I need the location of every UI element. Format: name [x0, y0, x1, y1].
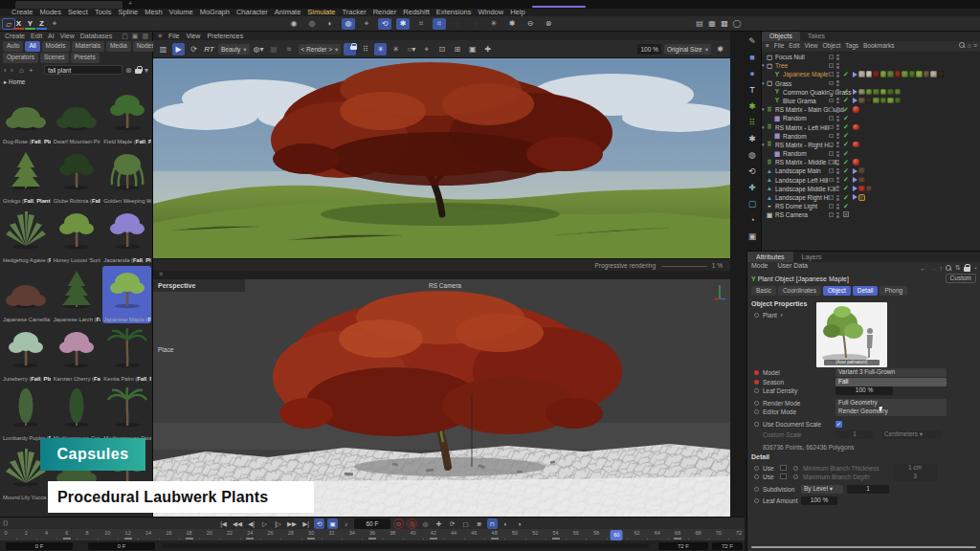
current-frame-field[interactable]: 0 F [88, 542, 155, 550]
subdivision-value[interactable]: 1 [847, 485, 889, 494]
layer-checkbox[interactable] [829, 212, 834, 217]
object-menu-file[interactable]: File [774, 42, 784, 49]
phong-tag-icon[interactable] [853, 89, 858, 95]
layer-checkbox[interactable] [829, 63, 834, 68]
filter-tab-materials[interactable]: Materials [72, 41, 104, 52]
phong-tag-icon[interactable] [853, 177, 858, 183]
asset-menu-view[interactable]: View [60, 33, 75, 39]
back-icon[interactable]: ← [920, 265, 926, 272]
plant-item-japanese[interactable]: Japanese Larch (Fall, Pl... [53, 266, 101, 323]
menu-spline[interactable]: Spline [118, 9, 138, 16]
material-tag-swatch[interactable] [916, 71, 923, 77]
object-row-rs-camera[interactable]: ▣RS Camera✕ [762, 210, 980, 219]
viewport-view-label[interactable]: Perspective [158, 282, 195, 289]
timeline-range-slider[interactable] [163, 543, 649, 548]
object-row-rs-matrix-left-hill[interactable]: ▾⠿RS Matrix - Left Hill✓ [762, 123, 980, 132]
tab-objects[interactable]: Objects [762, 32, 800, 41]
expander-icon[interactable]: ▾ [762, 124, 765, 130]
layer-checkbox[interactable] [829, 178, 834, 183]
layout-2-icon[interactable]: ▦ [705, 18, 719, 30]
redshift-tag-icon[interactable] [853, 142, 859, 148]
home-icon[interactable]: ⌂ [19, 66, 24, 75]
plant-item-mediterranean[interactable]: Mediterranean Dwarf ... [102, 385, 151, 442]
particles-icon[interactable]: ✳ [487, 18, 501, 30]
field-unit-dropdown[interactable]: Centimeters ▾ [881, 430, 941, 439]
layer-checkbox[interactable] [829, 72, 834, 77]
range-end-field[interactable]: 72 F [658, 542, 708, 550]
search-icon[interactable] [959, 42, 966, 49]
material-tag-swatch[interactable] [924, 71, 930, 77]
image-icon[interactable]: ▣ [466, 43, 479, 55]
enabled-check-icon[interactable]: ✓ [843, 115, 849, 122]
object-row-random[interactable]: ▦Random✓ [762, 114, 980, 122]
dim-a-button[interactable]: ◐ [501, 518, 511, 529]
material-tag-swatch[interactable] [858, 71, 865, 77]
grid-icon[interactable]: ▦ [268, 43, 280, 55]
layer-checkbox[interactable] [829, 134, 834, 139]
plant-item-japanese[interactable]: Japanese Camellia (Fal... [2, 266, 51, 323]
object-row-grass[interactable]: ▾▢Grass [762, 79, 980, 88]
play-button[interactable]: ▷ [259, 518, 270, 529]
menu-select[interactable]: Select [68, 9, 88, 16]
field-value[interactable]: Render Geometry [835, 408, 947, 416]
visibility-dots[interactable] [836, 124, 839, 131]
modeling-axis-icon[interactable]: ◍ [342, 18, 355, 30]
material-tag-swatch[interactable] [858, 167, 865, 174]
layer-checkbox[interactable] [829, 125, 834, 130]
enabled-check-icon[interactable]: ✓ [843, 132, 849, 140]
enabled-check-icon[interactable]: ✓ [843, 150, 849, 158]
object-row-random[interactable]: ▦Random✓ [762, 149, 980, 158]
axis-lock-x[interactable]: X [13, 18, 24, 30]
object-row-japanese-maple[interactable]: YJapanese Maple✓ [762, 70, 980, 78]
phong-tag-icon[interactable] [853, 98, 858, 103]
disabled-cross-icon[interactable]: ✕ [843, 211, 849, 217]
checkbox-unchecked[interactable] [780, 465, 787, 472]
material-tag-swatch[interactable] [866, 71, 873, 77]
viewport-camera-label[interactable]: RS Camera [429, 282, 461, 289]
frame-field[interactable]: 60 F [354, 518, 390, 529]
layer-checkbox[interactable] [829, 81, 834, 86]
camera-tool-icon[interactable]: ▣ [746, 230, 759, 243]
material-tag-swatch[interactable] [938, 71, 945, 77]
material-tag-swatch[interactable] [895, 71, 902, 77]
layer-checkbox[interactable] [829, 187, 834, 191]
object-row-landscape-right-hill[interactable]: ▲Landscape Right Hill✓ [762, 193, 980, 202]
record-position-button[interactable]: ✚ [434, 518, 444, 529]
rect-select-icon[interactable]: ▢ [746, 197, 759, 210]
redshift-tag-icon[interactable] [853, 159, 859, 165]
record-scale-button[interactable]: ▢ [460, 518, 471, 529]
rt-toggle[interactable]: RT [203, 43, 215, 55]
visibility-dots[interactable] [836, 195, 839, 202]
keyframe-marker[interactable] [246, 538, 254, 540]
max-frame-field[interactable]: 72 F [712, 542, 743, 550]
forward-icon[interactable]: → [929, 265, 936, 272]
phong-tag-icon[interactable] [853, 72, 858, 77]
dim-icon-a[interactable]: ◌ [451, 18, 464, 30]
plant-item-honey[interactable]: Honey Locust 'Sunbur... [53, 207, 101, 264]
redshift-tag-icon[interactable] [853, 106, 859, 113]
object-row-rs-dome-light[interactable]: ◓RS Dome Light✓ [762, 202, 980, 210]
object-row-rs-matrix-right-hill[interactable]: ▾⠿RS Matrix - Right Hill✓ [762, 141, 980, 149]
section-tab-operators[interactable]: Operators [3, 53, 38, 63]
sphere-tool-icon[interactable]: ● [746, 67, 759, 80]
material-tag-swatch[interactable] [880, 71, 887, 77]
material-tag-swatch[interactable] [858, 186, 865, 192]
material-tag-swatch[interactable] [895, 89, 902, 96]
section-tab-detail[interactable]: Detail [853, 286, 879, 296]
tab-layers[interactable]: Layers [793, 252, 831, 262]
gear-icon[interactable]: ✱ [505, 18, 519, 30]
phong-tag-icon[interactable] [853, 168, 858, 174]
material-tag-swatch[interactable] [880, 89, 887, 96]
goto-end-button[interactable]: ▶| [301, 518, 311, 529]
checkbox-checked[interactable]: ✓ [835, 421, 842, 428]
keyframe-marker[interactable] [186, 538, 193, 540]
material-tag-swatch[interactable] [895, 98, 902, 104]
visibility-dots[interactable] [836, 204, 839, 210]
keyframe-marker[interactable] [307, 538, 315, 540]
visibility-dots[interactable] [836, 80, 839, 87]
timeline-ruler[interactable]: 0246810121416182022242628303234363840424… [0, 529, 745, 540]
visibility-dots[interactable] [836, 212, 839, 219]
expander-icon[interactable]: ▾ [762, 80, 765, 86]
visibility-dots[interactable] [836, 98, 839, 104]
keyframe-marker[interactable] [63, 538, 71, 540]
